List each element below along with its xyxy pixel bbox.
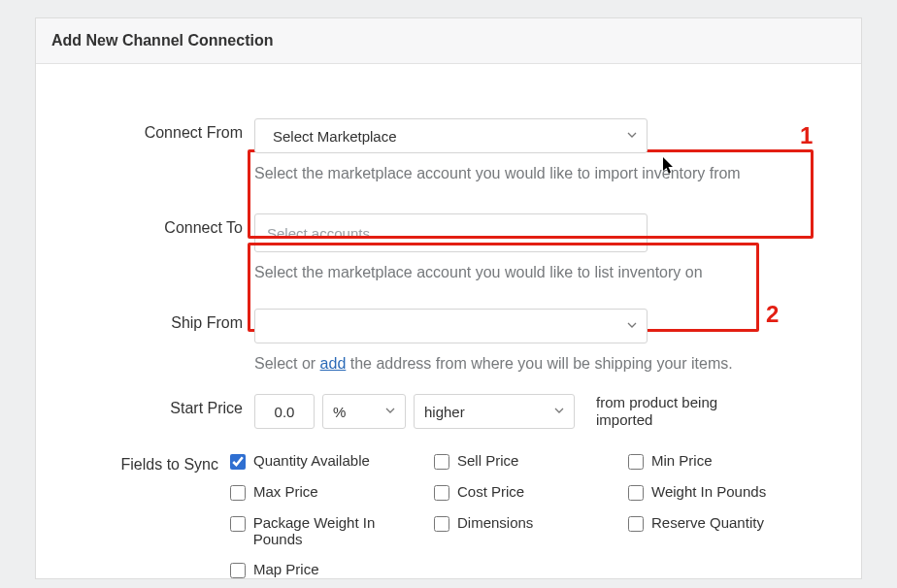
sync-package-weight-in-pounds[interactable]: Package Weight In Pounds — [230, 514, 424, 547]
panel-body: 1 2 Connect From Select Marketplace Sele… — [36, 118, 861, 578]
ship-from-helper-suffix: the address from where you will be shipp… — [346, 355, 732, 372]
start-price-label: Start Price — [36, 394, 254, 417]
sync-quantity-available[interactable]: Quantity Available — [230, 452, 424, 470]
sync-dimensions[interactable]: Dimensions — [434, 514, 618, 547]
sync-sell-price[interactable]: Sell Price — [434, 452, 618, 470]
ship-from-select[interactable] — [254, 309, 648, 343]
sync-weight-in-pounds[interactable]: Weight In Pounds — [628, 483, 813, 501]
connect-to-input[interactable] — [254, 213, 648, 252]
fields-to-sync-label: Fields to Sync — [36, 450, 230, 474]
page-title: Add New Channel Connection — [36, 18, 861, 64]
add-channel-panel: Add New Channel Connection 1 2 Connect F… — [35, 17, 862, 579]
ship-from-helper: Select or add the address from where you… — [254, 355, 813, 373]
start-price-direction-select[interactable]: higher — [414, 394, 575, 429]
connect-from-helper: Select the marketplace account you would… — [254, 165, 813, 182]
sync-cost-price[interactable]: Cost Price — [434, 483, 618, 501]
ship-from-add-link[interactable]: add — [320, 355, 347, 372]
sync-max-price[interactable]: Max Price — [230, 483, 424, 501]
sync-max-price-checkbox[interactable] — [230, 485, 246, 501]
sync-map-price[interactable]: Map Price — [230, 561, 424, 578]
start-price-value[interactable] — [254, 394, 315, 429]
sync-package-weight-in-pounds-checkbox[interactable] — [230, 516, 246, 532]
sync-min-price-checkbox[interactable] — [628, 454, 644, 470]
sync-dimensions-checkbox[interactable] — [434, 516, 449, 532]
sync-weight-in-pounds-checkbox[interactable] — [628, 485, 644, 501]
start-price-side-text: from product being imported — [596, 394, 761, 429]
ship-from-helper-prefix: Select or — [254, 355, 320, 372]
sync-reserve-quantity[interactable]: Reserve Quantity — [628, 514, 813, 547]
ship-from-label: Ship From — [36, 309, 254, 332]
connect-to-label: Connect To — [36, 213, 254, 237]
sync-map-price-checkbox[interactable] — [230, 563, 246, 578]
start-price-unit-select[interactable]: % — [322, 394, 406, 429]
sync-sell-price-checkbox[interactable] — [434, 454, 449, 470]
sync-reserve-quantity-checkbox[interactable] — [628, 516, 644, 532]
sync-cost-price-checkbox[interactable] — [434, 485, 449, 501]
fields-to-sync-grid: Quantity Available Sell Price Min Price … — [230, 452, 813, 578]
sync-quantity-available-checkbox[interactable] — [230, 454, 246, 470]
connect-to-helper: Select the marketplace account you would… — [254, 264, 813, 281]
connect-from-select[interactable]: Select Marketplace — [254, 118, 648, 153]
sync-min-price[interactable]: Min Price — [628, 452, 813, 470]
connect-from-label: Connect From — [36, 118, 254, 142]
